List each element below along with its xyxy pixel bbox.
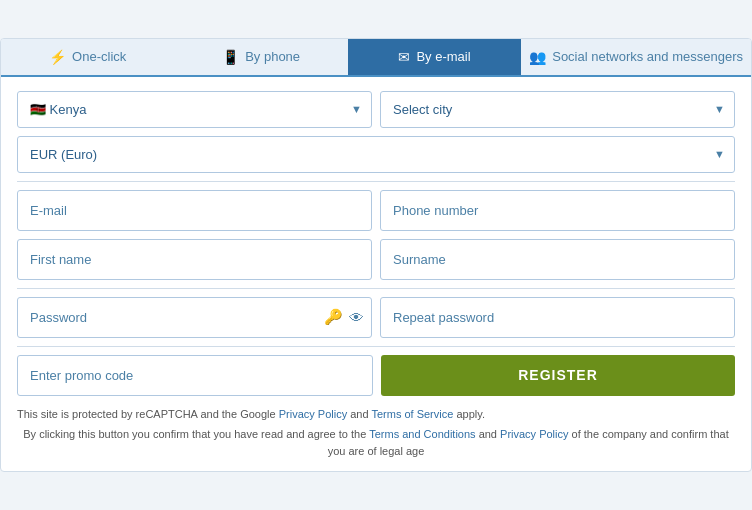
action-row: REGISTER xyxy=(17,355,735,396)
currency-select-wrapper: EUR (Euro) USD (US Dollar) GBP (British … xyxy=(17,136,735,173)
promo-input[interactable] xyxy=(17,355,373,396)
email-wrapper xyxy=(17,190,372,231)
tab-by-phone-label: By phone xyxy=(245,49,300,64)
country-select-wrapper: 🇰🇪 Kenya 🇺🇸 United States 🇬🇧 United King… xyxy=(17,91,372,128)
legal-line1: This site is protected by reCAPTCHA and … xyxy=(17,408,485,420)
eye-icon[interactable]: 👁 xyxy=(349,309,364,326)
divider-3 xyxy=(17,346,735,347)
email-input[interactable] xyxy=(17,190,372,231)
legal-text: This site is protected by reCAPTCHA and … xyxy=(17,406,735,460)
city-select[interactable]: Select city xyxy=(380,91,735,128)
privacy-policy-link[interactable]: Privacy Policy xyxy=(279,408,347,420)
privacy-policy2-link[interactable]: Privacy Policy xyxy=(500,428,568,440)
phone-icon: 📱 xyxy=(222,49,239,65)
tab-one-click[interactable]: ⚡ One-click xyxy=(1,39,174,75)
terms-conditions-link[interactable]: Terms and Conditions xyxy=(369,428,475,440)
email-phone-row xyxy=(17,190,735,231)
repeat-password-input[interactable] xyxy=(380,297,735,338)
currency-row: EUR (Euro) USD (US Dollar) GBP (British … xyxy=(17,136,735,173)
password-icons: 🔑 👁 xyxy=(324,308,364,326)
registration-form: ⚡ One-click 📱 By phone ✉ By e-mail 👥 Soc… xyxy=(0,38,752,473)
surname-input[interactable] xyxy=(380,239,735,280)
legal-line2: By clicking this button you confirm that… xyxy=(17,426,735,459)
repeat-password-wrapper xyxy=(380,297,735,338)
name-row xyxy=(17,239,735,280)
register-button[interactable]: REGISTER xyxy=(381,355,735,396)
divider-1 xyxy=(17,181,735,182)
password-row: 🔑 👁 xyxy=(17,297,735,338)
tab-social[interactable]: 👥 Social networks and messengers xyxy=(521,39,751,75)
surname-wrapper xyxy=(380,239,735,280)
phone-wrapper xyxy=(380,190,735,231)
firstname-wrapper xyxy=(17,239,372,280)
key-icon[interactable]: 🔑 xyxy=(324,308,343,326)
tab-social-label: Social networks and messengers xyxy=(552,49,743,64)
tab-by-email-label: By e-mail xyxy=(416,49,470,64)
tab-by-phone[interactable]: 📱 By phone xyxy=(174,39,347,75)
firstname-input[interactable] xyxy=(17,239,372,280)
country-select[interactable]: 🇰🇪 Kenya 🇺🇸 United States 🇬🇧 United King… xyxy=(17,91,372,128)
tab-by-email[interactable]: ✉ By e-mail xyxy=(348,39,521,75)
divider-2 xyxy=(17,288,735,289)
password-input[interactable] xyxy=(17,297,372,338)
phone-input[interactable] xyxy=(380,190,735,231)
social-icon: 👥 xyxy=(529,49,546,65)
form-content: 🇰🇪 Kenya 🇺🇸 United States 🇬🇧 United King… xyxy=(1,77,751,472)
email-icon: ✉ xyxy=(398,49,410,65)
terms-of-service-link[interactable]: Terms of Service xyxy=(371,408,453,420)
password-wrapper: 🔑 👁 xyxy=(17,297,372,338)
city-select-wrapper: Select city ▼ xyxy=(380,91,735,128)
currency-select[interactable]: EUR (Euro) USD (US Dollar) GBP (British … xyxy=(17,136,735,173)
country-city-row: 🇰🇪 Kenya 🇺🇸 United States 🇬🇧 United King… xyxy=(17,91,735,128)
lightning-icon: ⚡ xyxy=(49,49,66,65)
tab-one-click-label: One-click xyxy=(72,49,126,64)
tab-bar: ⚡ One-click 📱 By phone ✉ By e-mail 👥 Soc… xyxy=(1,39,751,77)
